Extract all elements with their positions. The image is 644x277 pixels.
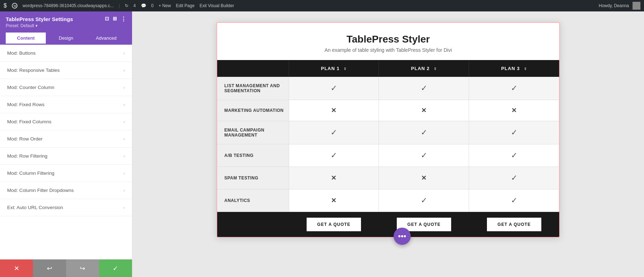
tab-content[interactable]: Content <box>6 33 46 45</box>
sidebar-preset[interactable]: Preset: Default ▾ <box>6 23 126 31</box>
sidebar-item-label: Ext: Auto URL Conversion <box>7 205 63 210</box>
sidebar-bottom: ✕ ↩ ↪ ✓ <box>0 259 132 277</box>
check-icon: ✓ <box>421 84 427 93</box>
cell-plan2: ✓ <box>379 121 469 144</box>
cell-feature: SPAM TESTING <box>217 167 289 189</box>
sidebar-header: TablePress Styler Settings ⊡ ⊞ ⋮ Preset:… <box>0 11 132 45</box>
footer-cell-plan1: GET A QUOTE <box>289 218 379 231</box>
chevron-down-icon: › <box>123 68 125 73</box>
chevron-down-icon: › <box>123 205 125 210</box>
site-link[interactable]: wordpress-784896-3610405.cloudwaysapps.c… <box>23 3 114 8</box>
table-row: A/B TESTING✓✓✓ <box>217 144 559 167</box>
cell-plan3: ✓ <box>469 144 559 167</box>
table-row: MARKETING AUTOMATION✕✕✕ <box>217 100 559 121</box>
tab-advanced[interactable]: Advanced <box>86 33 126 45</box>
preset-dropdown-icon[interactable]: ▾ <box>35 23 38 28</box>
chevron-down-icon: › <box>123 102 125 107</box>
cell-plan1: ✓ <box>289 77 379 100</box>
sidebar-item-mod-fixed-columns[interactable]: Mod: Fixed Columns› <box>0 113 132 130</box>
wp-icon: W <box>12 3 18 9</box>
edit-page-link[interactable]: Edit Page <box>176 3 195 8</box>
sidebar-item-label: Mod: Row Order <box>7 136 43 142</box>
sidebar-title: TablePress Styler Settings ⊡ ⊞ ⋮ <box>6 16 126 23</box>
sidebar-item-mod-column-filter-dropdowns[interactable]: Mod: Column Filter Dropdowns› <box>0 182 132 199</box>
comment-count: 0 <box>151 3 154 8</box>
sidebar-item-label: Mod: Buttons <box>7 50 36 56</box>
comparison-table: PLAN 1 ⇕ PLAN 2 ⇕ PLAN 3 ⇕ LIST MANAGEME… <box>217 60 559 212</box>
preset-label: Preset: Default <box>6 23 34 28</box>
exit-vb-link[interactable]: Exit Visual Builder <box>200 3 234 8</box>
chevron-down-icon: › <box>123 119 125 124</box>
table-subtitle: An example of table styling with TablePr… <box>224 47 552 53</box>
sidebar-item-mod-buttons[interactable]: Mod: Buttons› <box>0 45 132 62</box>
sidebar: TablePress Styler Settings ⊡ ⊞ ⋮ Preset:… <box>0 11 132 277</box>
redo-button[interactable]: ↪ <box>66 259 99 277</box>
sidebar-item-label: Mod: Fixed Rows <box>7 102 44 107</box>
col-header-feature <box>217 60 289 77</box>
get-quote-plan1-button[interactable]: GET A QUOTE <box>307 218 361 231</box>
check-icon: ✓ <box>421 151 427 160</box>
sidebar-item-label: Mod: Column Filtering <box>7 170 54 176</box>
col-header-plan2: PLAN 2 ⇕ <box>379 60 469 77</box>
cell-plan1: ✓ <box>289 144 379 167</box>
sidebar-item-label: Mod: Row Filtering <box>7 153 48 159</box>
chevron-down-icon: › <box>123 51 125 56</box>
table-row: EMAIL CAMPAIGN MANAGEMENT✓✓✓ <box>217 121 559 144</box>
sidebar-item-mod-row-filtering[interactable]: Mod: Row Filtering› <box>0 148 132 165</box>
cell-plan2: ✕ <box>379 100 469 121</box>
sidebar-item-mod-counter-column[interactable]: Mod: Counter Column› <box>0 79 132 96</box>
cell-plan3: ✓ <box>469 189 559 212</box>
save-button[interactable]: ✓ <box>99 259 132 277</box>
cell-plan1: ✕ <box>289 189 379 212</box>
table-row: SPAM TESTING✕✕✓ <box>217 167 559 189</box>
main-layout: TablePress Styler Settings ⊡ ⊞ ⋮ Preset:… <box>0 11 644 277</box>
chevron-down-icon: › <box>123 171 125 176</box>
check-icon: ✓ <box>511 128 517 137</box>
cell-feature: ANALYTICS <box>217 189 289 212</box>
table-header-row: PLAN 1 ⇕ PLAN 2 ⇕ PLAN 3 ⇕ <box>217 60 559 77</box>
sidebar-items: Mod: Buttons›Mod: Responsive Tables›Mod:… <box>0 45 132 259</box>
table-title: TablePress Styler <box>224 34 552 45</box>
get-quote-plan3-button[interactable]: GET A QUOTE <box>487 218 542 231</box>
sidebar-item-mod-responsive-tables[interactable]: Mod: Responsive Tables› <box>0 62 132 79</box>
chevron-down-icon: › <box>123 137 125 142</box>
split-icon[interactable]: ⊞ <box>113 16 117 23</box>
sidebar-item-label: Mod: Responsive Tables <box>7 68 60 73</box>
new-link[interactable]: + New <box>158 3 171 8</box>
sidebar-item-mod-column-filtering[interactable]: Mod: Column Filtering› <box>0 165 132 182</box>
chevron-down-icon: › <box>123 154 125 159</box>
table-card: TablePress Styler An example of table st… <box>216 22 560 238</box>
col-header-plan3: PLAN 3 ⇕ <box>469 60 559 77</box>
sidebar-title-text: TablePress Styler Settings <box>6 16 73 22</box>
cell-plan3: ✓ <box>469 121 559 144</box>
sidebar-item-mod-row-order[interactable]: Mod: Row Order› <box>0 130 132 148</box>
howdy-label: Howdy, Deanna <box>599 3 629 8</box>
x-icon: ✕ <box>331 107 336 114</box>
check-icon: ✓ <box>511 173 517 182</box>
cell-feature: LIST MANAGEMENT AND SEGMENTATION <box>217 77 289 100</box>
cell-plan3: ✕ <box>469 100 559 121</box>
more-icon[interactable]: ⋮ <box>121 16 126 23</box>
fab-button[interactable]: ••• <box>394 228 411 245</box>
sidebar-item-ext-auto-url-conversion[interactable]: Ext: Auto URL Conversion› <box>0 199 132 216</box>
sidebar-item-label: Mod: Fixed Columns <box>7 119 52 124</box>
x-icon: ✕ <box>331 197 336 204</box>
check-icon: ✓ <box>421 128 427 137</box>
col-header-plan1: PLAN 1 ⇕ <box>289 60 379 77</box>
content-area: TablePress Styler An example of table st… <box>132 11 644 277</box>
undo-button[interactable]: ↩ <box>33 259 66 277</box>
check-icon: ✓ <box>511 196 517 205</box>
sidebar-item-mod-fixed-rows[interactable]: Mod: Fixed Rows› <box>0 96 132 113</box>
x-icon: ✕ <box>421 107 426 114</box>
footer-cell-plan2: GET A QUOTE <box>379 218 469 231</box>
check-icon: ✓ <box>511 151 517 160</box>
check-icon: ✓ <box>511 84 517 93</box>
minimize-icon[interactable]: ⊡ <box>105 16 109 23</box>
footer-cell-plan3: GET A QUOTE <box>469 218 559 231</box>
sidebar-item-label: Mod: Column Filter Dropdowns <box>7 188 74 193</box>
tab-design[interactable]: Design <box>46 33 86 45</box>
table-body: LIST MANAGEMENT AND SEGMENTATION✓✓✓MARKE… <box>217 77 559 212</box>
check-icon: ✓ <box>421 196 427 205</box>
cancel-button[interactable]: ✕ <box>0 259 33 277</box>
cell-plan2: ✓ <box>379 144 469 167</box>
